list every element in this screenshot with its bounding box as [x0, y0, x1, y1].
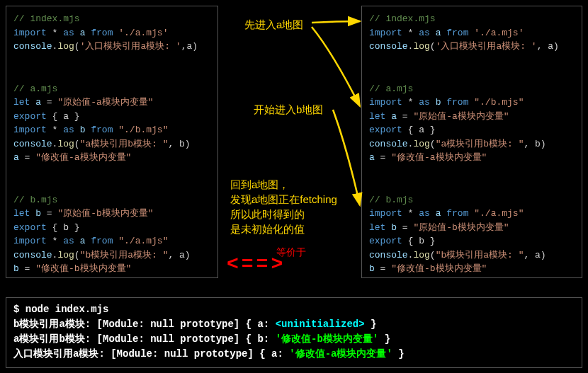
command-line: $ node index.mjs	[13, 302, 575, 317]
equiv-arrow-icon: <==>	[227, 253, 285, 275]
arrow-icon	[312, 21, 360, 23]
code-box-left: // index.mjs import * as a from './a.mjs…	[6, 6, 218, 278]
terminal-output: $ node index.mjs b模块引用a模块: [Module: null…	[6, 297, 582, 368]
code-box-right: // index.mjs import * as a from './a.mjs…	[361, 6, 582, 278]
annotation-enter-a: 先进入a地图	[244, 17, 303, 32]
annotation-enter-b: 开始进入b地图	[254, 102, 323, 117]
annotation-back-to-a: 回到a地图， 发现a地图正在fetching 所以此时得到的 是未初始化的值	[230, 177, 337, 236]
comment: // index.mjs	[13, 13, 80, 24]
arrow-icon	[312, 27, 360, 106]
